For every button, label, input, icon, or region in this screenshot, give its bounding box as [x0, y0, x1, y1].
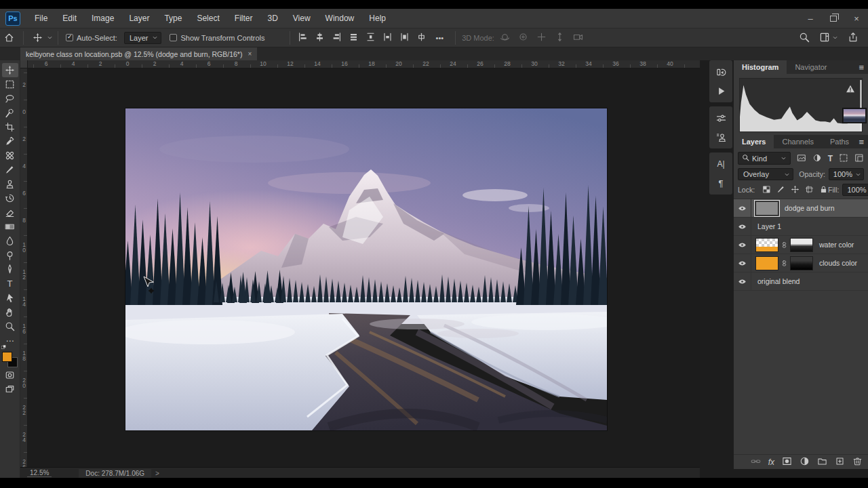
type-tool[interactable]: T: [2, 277, 18, 291]
layer-row[interactable]: Layer 1: [734, 218, 868, 236]
actions-panel-icon[interactable]: [709, 81, 732, 100]
brush-tool[interactable]: [2, 163, 18, 177]
gradient-tool[interactable]: [2, 220, 18, 234]
filter-type-icon[interactable]: T: [828, 155, 833, 163]
dist-3-icon[interactable]: [399, 32, 410, 43]
layer-row[interactable]: dodge and burn: [734, 199, 868, 218]
visibility-toggle[interactable]: [734, 272, 751, 290]
new-group-button[interactable]: [817, 456, 827, 468]
layer-mask-thumbnail[interactable]: [790, 256, 813, 270]
lock-brush-icon[interactable]: [776, 185, 785, 195]
tab-layers[interactable]: Layers: [734, 135, 774, 148]
menu-file[interactable]: File: [27, 14, 55, 23]
search-icon[interactable]: [799, 32, 810, 44]
dist-2-icon[interactable]: [382, 32, 393, 43]
filter-adjust-icon[interactable]: [812, 153, 822, 164]
home-icon[interactable]: [0, 33, 18, 43]
visibility-toggle[interactable]: [734, 236, 751, 253]
add-mask-button[interactable]: [782, 456, 792, 468]
panel-menu-icon[interactable]: ≡: [859, 135, 868, 148]
visibility-toggle[interactable]: [734, 199, 751, 217]
crop-tool[interactable]: [2, 120, 18, 134]
lock-lock-icon[interactable]: [819, 185, 828, 195]
filter-pixel-icon[interactable]: [797, 153, 806, 164]
filter-smart-icon[interactable]: [854, 153, 864, 164]
align-r-icon[interactable]: [332, 32, 342, 43]
menu-help[interactable]: Help: [361, 14, 393, 23]
foreground-color-swatch[interactable]: [2, 352, 12, 362]
auto-select-target-dropdown[interactable]: Layer: [124, 32, 162, 44]
lock-board-icon[interactable]: [805, 185, 814, 195]
workspace-icon[interactable]: [819, 32, 830, 44]
warning-icon[interactable]: [846, 84, 855, 95]
dist-1-icon[interactable]: [366, 32, 376, 43]
layer-row[interactable]: clouds color: [734, 254, 868, 272]
layer-style-button[interactable]: fx: [768, 458, 774, 466]
align-c-icon[interactable]: [315, 32, 325, 43]
lock-checker-icon[interactable]: [762, 185, 771, 195]
document-size-info[interactable]: Doc: 278.7M/1.06G: [79, 469, 151, 478]
screen-mode-button[interactable]: [2, 382, 18, 396]
chevron-down-icon[interactable]: [47, 35, 53, 41]
blur-tool[interactable]: [2, 234, 18, 248]
character-panel-icon[interactable]: A|: [709, 155, 732, 174]
quick-select-tool[interactable]: [2, 106, 18, 120]
history-panel-icon[interactable]: [709, 62, 732, 81]
filter-shape-icon[interactable]: [839, 153, 848, 164]
zoom-level-field[interactable]: 12.5%: [27, 469, 52, 477]
status-arrow-icon[interactable]: >: [155, 470, 159, 477]
dodge-tool[interactable]: [2, 248, 18, 262]
canvas-area[interactable]: 6420246810121416182022242628303234363840…: [20, 60, 700, 479]
clone-stamp-tool[interactable]: [2, 177, 18, 191]
move-tool[interactable]: [2, 63, 18, 77]
healing-tool[interactable]: [2, 148, 18, 163]
layer-thumbnail[interactable]: [755, 256, 778, 270]
properties-panel-icon[interactable]: [709, 108, 732, 127]
clone-source-panel-icon[interactable]: [709, 127, 732, 146]
menu-layer[interactable]: Layer: [121, 14, 157, 23]
move-tool-icon[interactable]: [28, 33, 47, 43]
path-select-tool[interactable]: [2, 291, 18, 305]
history-brush-tool[interactable]: [2, 191, 18, 205]
menu-image[interactable]: Image: [84, 14, 121, 23]
document-tab[interactable]: kelbyone class on location.psb @ 12.5% (…: [20, 47, 257, 60]
fill-field[interactable]: 100%: [842, 184, 868, 196]
menu-edit[interactable]: Edit: [55, 14, 84, 23]
horizontal-ruler[interactable]: 6420246810121416182022242628303234363840: [28, 60, 700, 68]
menu-type[interactable]: Type: [157, 14, 189, 23]
close-button[interactable]: ×: [845, 9, 868, 28]
blend-mode-dropdown[interactable]: Overlay: [738, 168, 793, 180]
paragraph-panel-icon[interactable]: ¶: [709, 174, 732, 192]
menu-window[interactable]: Window: [318, 14, 362, 23]
share-icon[interactable]: [848, 32, 859, 44]
hand-tool[interactable]: [2, 305, 18, 319]
quick-mask-button[interactable]: [2, 368, 18, 382]
document-image[interactable]: [125, 108, 607, 430]
visibility-toggle[interactable]: [734, 218, 751, 235]
delete-layer-button[interactable]: [852, 456, 863, 468]
menu-3d[interactable]: 3D: [260, 14, 285, 23]
lock-move-icon[interactable]: [791, 185, 800, 195]
layer-thumbnail[interactable]: [755, 238, 778, 252]
adjustment-layer-button[interactable]: [800, 456, 810, 468]
layer-filter-dropdown[interactable]: Kind: [738, 152, 791, 165]
menu-select[interactable]: Select: [189, 14, 226, 23]
visibility-toggle[interactable]: [734, 254, 751, 272]
panel-menu-icon[interactable]: ≡: [859, 60, 868, 74]
minimize-button[interactable]: –: [799, 9, 822, 28]
eraser-tool[interactable]: [2, 205, 18, 220]
layer-thumbnail[interactable]: [843, 108, 866, 123]
link-layers-button[interactable]: [751, 456, 761, 468]
zoom-tool[interactable]: [2, 319, 18, 333]
more-options-button[interactable]: •••: [436, 34, 444, 42]
layer-thumbnail[interactable]: [755, 201, 778, 216]
restore-button[interactable]: [822, 9, 845, 28]
marquee-tool[interactable]: [2, 77, 18, 92]
tab-histogram[interactable]: Histogram: [734, 60, 787, 74]
tab-navigator[interactable]: Navigator: [787, 60, 835, 74]
eyedropper-tool[interactable]: [2, 134, 18, 148]
dist-4-icon[interactable]: [416, 32, 427, 43]
new-layer-button[interactable]: [835, 456, 845, 468]
tab-paths[interactable]: Paths: [822, 135, 857, 148]
show-transform-checkbox[interactable]: Show Transform Controls: [167, 34, 271, 42]
